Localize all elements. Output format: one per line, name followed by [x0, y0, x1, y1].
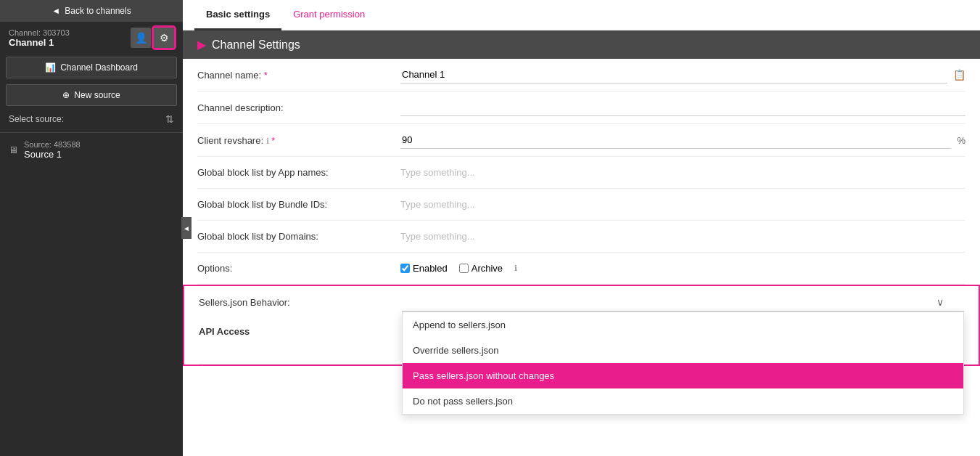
channel-name-label: Channel 1 — [9, 37, 70, 48]
sellers-behavior-label: Sellers.json Behavior: — [199, 297, 402, 308]
client-revshare-row: Client revshare: ℹ * % — [197, 124, 965, 157]
dropdown-item-pass[interactable]: Pass sellers.json without changes — [403, 363, 963, 388]
global-blocklist-domain-label: Global block list by Domains: — [197, 231, 400, 242]
channel-desc-label: Channel description: — [197, 102, 400, 113]
sellers-behavior-control: ∨ Append to sellers.json Override seller… — [402, 293, 964, 312]
channel-dashboard-button[interactable]: 📊 Channel Dashboard — [6, 57, 177, 78]
channel-desc-control — [400, 99, 965, 116]
revshare-info-icon[interactable]: ℹ — [266, 137, 269, 145]
settings-form: Channel name: * 📋 Channel description: C… — [183, 59, 980, 366]
user-icon: 👤 — [135, 32, 147, 44]
client-revshare-control: % — [400, 131, 965, 149]
channel-name-copy-icon[interactable]: 📋 — [953, 69, 965, 81]
main-content: Basic settings Grant permission ▶ Channe… — [183, 0, 980, 456]
sellers-behavior-dropdown-menu: Append to sellers.json Override sellers.… — [402, 312, 964, 415]
sellers-json-section: Sellers.json Behavior: ∨ Append to selle… — [183, 285, 980, 366]
dropdown-item-append[interactable]: Append to sellers.json — [403, 312, 963, 338]
channel-name-form-label: Channel name: * — [197, 70, 400, 81]
back-to-channels-button[interactable]: ◄ Back to channels — [0, 0, 183, 22]
channel-name-control: 📋 — [400, 66, 965, 84]
tab-basic-settings[interactable]: Basic settings — [194, 0, 281, 30]
dropdown-item-override[interactable]: Override sellers.json — [403, 338, 963, 363]
options-label: Options: — [197, 263, 400, 274]
user-icon-button[interactable]: 👤 — [131, 28, 151, 48]
plus-icon: ⊕ — [62, 90, 70, 100]
dashboard-icon: 📊 — [45, 62, 56, 73]
percent-label: % — [957, 135, 965, 146]
channel-number: Channel: 303703 — [9, 28, 70, 37]
sellers-behavior-dropdown-wrapper: ∨ Append to sellers.json Override seller… — [402, 293, 964, 312]
back-label: Back to channels — [65, 6, 131, 16]
archive-checkbox-label[interactable]: Archive — [459, 263, 503, 274]
global-blocklist-app-placeholder: Type something... — [400, 167, 475, 178]
select-source-label: Select source: — [9, 114, 64, 124]
client-revshare-input[interactable] — [400, 131, 951, 149]
sort-icon[interactable]: ⇅ — [165, 113, 174, 125]
global-blocklist-app-label: Global block list by App names: — [197, 167, 400, 178]
back-arrow-icon: ◄ — [52, 6, 60, 16]
monitor-icon: 🖥 — [9, 144, 18, 155]
global-blocklist-bundle-placeholder: Type something... — [400, 199, 475, 210]
enabled-label: Enabled — [413, 263, 448, 274]
client-revshare-label: Client revshare: ℹ * — [197, 135, 400, 146]
channel-name-row: Channel name: * 📋 — [197, 59, 965, 91]
channel-info: Channel: 303703 Channel 1 👤 ⚙ — [0, 22, 183, 54]
channel-description-row: Channel description: — [197, 91, 965, 124]
global-blocklist-bundle-label: Global block list by Bundle IDs: — [197, 199, 400, 210]
collapse-icon: ◄ — [183, 224, 190, 232]
global-blocklist-domain-placeholder: Type something... — [400, 231, 475, 242]
global-blocklist-domain-row: Global block list by Domains: Type somet… — [197, 221, 965, 253]
global-blocklist-bundle-row: Global block list by Bundle IDs: Type so… — [197, 189, 965, 221]
channel-description-input[interactable] — [400, 99, 965, 116]
gear-icon-button[interactable]: ⚙ — [154, 28, 174, 48]
archive-info-icon[interactable]: ℹ — [514, 264, 517, 273]
dropdown-item-do-not-pass[interactable]: Do not pass sellers.json — [403, 388, 963, 414]
source-info: Source: 483588 Source 1 — [24, 140, 81, 160]
global-blocklist-app-control: Type something... — [400, 167, 965, 178]
api-access-label: API Access — [199, 326, 402, 337]
options-row: Options: Enabled Archive ℹ — [197, 253, 965, 285]
collapse-sidebar-button[interactable]: ◄ — [181, 217, 192, 239]
source-number: Source: 483588 — [24, 140, 81, 149]
sidebar: ◄ Back to channels Channel: 303703 Chann… — [0, 0, 183, 456]
archive-label: Archive — [472, 263, 503, 274]
dashboard-label: Channel Dashboard — [60, 62, 138, 73]
enabled-checkbox[interactable] — [400, 264, 410, 273]
page-content: ▶ Channel Settings Channel name: * 📋 Cha… — [183, 30, 980, 456]
header-arrow-icon: ▶ — [197, 38, 206, 52]
tabs-bar: Basic settings Grant permission — [183, 0, 980, 30]
gear-icon: ⚙ — [160, 32, 169, 44]
sellers-behavior-dropdown[interactable]: ∨ — [402, 293, 964, 312]
tab-grant-permission[interactable]: Grant permission — [281, 0, 376, 30]
new-source-button[interactable]: ⊕ New source — [6, 84, 177, 106]
sidebar-divider — [0, 132, 183, 133]
source-item[interactable]: 🖥 Source: 483588 Source 1 — [0, 136, 183, 164]
options-control: Enabled Archive ℹ — [400, 263, 965, 274]
channel-action-icons: 👤 ⚙ — [131, 28, 174, 48]
dropdown-chevron-icon: ∨ — [936, 296, 944, 308]
global-blocklist-bundle-control: Type something... — [400, 199, 965, 210]
source-name-label: Source 1 — [24, 149, 81, 160]
sellers-json-row: Sellers.json Behavior: ∨ Append to selle… — [199, 286, 964, 319]
settings-header: ▶ Channel Settings — [183, 30, 980, 59]
select-source-section: Select source: ⇅ — [0, 109, 183, 129]
global-blocklist-app-row: Global block list by App names: Type som… — [197, 157, 965, 189]
archive-checkbox[interactable] — [459, 264, 469, 273]
settings-header-title: Channel Settings — [212, 38, 300, 52]
channel-info-left: Channel: 303703 Channel 1 — [9, 28, 70, 48]
new-source-label: New source — [74, 90, 120, 100]
global-blocklist-domain-control: Type something... — [400, 231, 965, 242]
channel-name-input[interactable] — [400, 66, 947, 84]
enabled-checkbox-label[interactable]: Enabled — [400, 263, 448, 274]
